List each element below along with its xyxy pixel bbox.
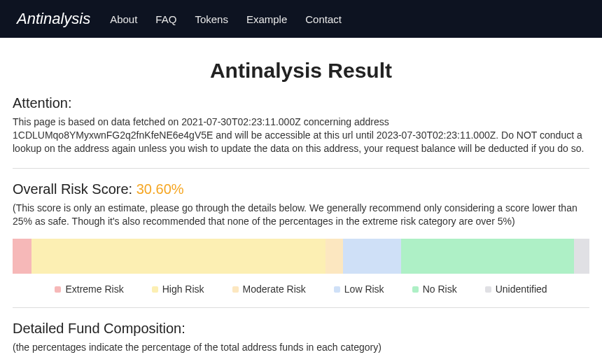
nav-link-contact[interactable]: Contact xyxy=(305,13,342,25)
swatch-icon xyxy=(152,286,158,293)
attention-heading: Attention: xyxy=(13,95,589,111)
swatch-icon xyxy=(55,286,61,293)
detailed-note: (the percentages indicate the percentage… xyxy=(13,341,589,354)
detailed-heading: Detailed Fund Composition: xyxy=(13,321,589,337)
nav-link-about[interactable]: About xyxy=(110,13,137,25)
separator xyxy=(13,168,589,169)
legend-label: High Risk xyxy=(162,284,204,295)
legend-label: No Risk xyxy=(423,284,457,295)
legend-item-unidentified: Unidentified xyxy=(485,284,547,295)
risk-segment-unidentified xyxy=(574,239,589,274)
legend-item-extreme: Extreme Risk xyxy=(55,284,123,295)
overall-score-line: Overall Risk Score: 30.60% xyxy=(13,181,589,197)
risk-segment-extreme xyxy=(13,239,31,274)
legend-label: Moderate Risk xyxy=(243,284,306,295)
separator xyxy=(13,307,589,308)
legend-item-high: High Risk xyxy=(152,284,204,295)
page-title: Antinalysis Result xyxy=(13,59,589,83)
risk-segment-high xyxy=(31,239,326,274)
legend-item-moderate: Moderate Risk xyxy=(232,284,306,295)
legend-label: Low Risk xyxy=(344,284,384,295)
swatch-icon xyxy=(412,286,419,293)
risk-segment-norisk xyxy=(401,239,574,274)
risk-bar-chart xyxy=(13,239,589,274)
swatch-icon xyxy=(232,286,239,293)
legend-label: Unidentified xyxy=(496,284,547,295)
swatch-icon xyxy=(485,286,491,293)
attention-text: This page is based on data fetched on 20… xyxy=(13,115,589,155)
legend-item-norisk: No Risk xyxy=(412,284,457,295)
nav-link-tokens[interactable]: Tokens xyxy=(195,13,228,25)
brand[interactable]: Antinalysis xyxy=(17,10,90,28)
nav-link-faq[interactable]: FAQ xyxy=(155,13,176,25)
navbar: Antinalysis About FAQ Tokens Example Con… xyxy=(0,0,602,38)
nav-link-example[interactable]: Example xyxy=(246,13,287,25)
content: Antinalysis Result Attention: This page … xyxy=(0,38,602,364)
overall-score-note: (This score is only an estimate, please … xyxy=(13,202,589,228)
overall-score-label: Overall Risk Score: xyxy=(13,181,136,197)
legend-item-low: Low Risk xyxy=(334,284,384,295)
risk-segment-moderate xyxy=(326,239,343,274)
legend-label: Extreme Risk xyxy=(65,284,123,295)
overall-score-value: 30.60% xyxy=(136,181,184,197)
risk-legend: Extreme Risk High Risk Moderate Risk Low… xyxy=(13,284,589,295)
swatch-icon xyxy=(334,286,340,293)
risk-segment-low xyxy=(343,239,400,274)
nav-links: About FAQ Tokens Example Contact xyxy=(110,13,342,25)
